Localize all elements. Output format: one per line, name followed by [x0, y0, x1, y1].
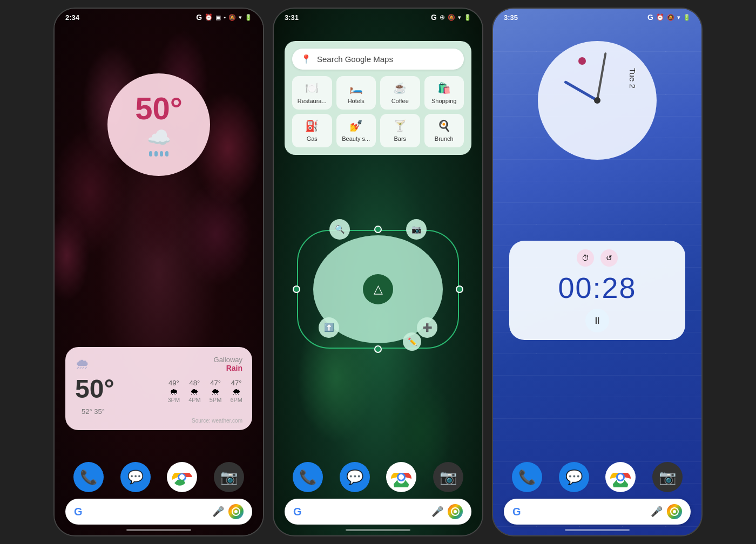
svg-point-7	[399, 474, 404, 480]
dock-phone-app[interactable]: 📞	[73, 462, 104, 492]
google-logo-2: G	[293, 506, 302, 518]
lens-btn-1[interactable]	[228, 504, 244, 519]
forecast-3pm: 49° 🌧 3PM	[168, 379, 180, 403]
dock-1: 📞 💬 📷	[65, 462, 252, 492]
handle-left[interactable]	[293, 285, 300, 293]
nav-bar-1	[126, 529, 191, 531]
restaurants-label: Restaura...	[298, 98, 327, 104]
maps-category-coffee[interactable]: ☕ Coffee	[380, 76, 420, 110]
maps-widget: 📍 Search Google Maps 🍽️ Restaura... 🛏️ H…	[285, 41, 471, 155]
battery-icon-1: •	[224, 14, 226, 21]
blob-search-btn[interactable]: 🔍	[329, 219, 350, 240]
status-time-1: 2:34	[65, 13, 79, 22]
lens-btn-2[interactable]	[448, 504, 463, 519]
timer-stopwatch-btn[interactable]: ⏱	[577, 249, 594, 267]
rain-dot-3	[160, 151, 163, 157]
beauty-icon: 💅	[349, 119, 363, 132]
dock-camera-app-3[interactable]: 📷	[652, 462, 683, 492]
blob-camera-btn[interactable]: 📷	[406, 219, 427, 240]
shopping-label: Shopping	[431, 98, 457, 104]
forecast-5pm: 47° 🌧 5PM	[210, 379, 222, 403]
weather-main-row: 50° 49° 🌧 3PM 48° 🌧 4PM	[75, 375, 242, 403]
blob-add-btn[interactable]: ➕	[417, 317, 437, 338]
weather-forecast: 49° 🌧 3PM 48° 🌧 4PM 47° 🌧	[168, 379, 243, 403]
timer-display: 00:28	[558, 271, 636, 304]
weather-temp-main: 50°	[75, 376, 114, 402]
bars-label: Bars	[394, 135, 406, 142]
brunch-icon: 🍳	[437, 119, 451, 132]
weather-range: 52° 35°	[82, 405, 105, 416]
wifi-icon-2: ▾	[458, 14, 461, 21]
wifi-icon-1: ▾	[239, 14, 242, 21]
phone-1: 2:34 G ⏰ ▣ • 🔕 ▾ 🔋 50° ☁️	[53, 8, 264, 536]
weather-card-header: 🌧 Galloway Rain	[75, 356, 242, 372]
svg-point-12	[618, 474, 623, 480]
maps-category-beauty[interactable]: 💅 Beauty s...	[336, 114, 376, 147]
restaurants-icon: 🍽️	[305, 81, 319, 94]
clock-hour-hand	[564, 80, 598, 101]
dock-camera-app-2[interactable]: 📷	[433, 462, 463, 492]
weather-rain-icon: 🌧	[75, 356, 89, 372]
maps-category-gas[interactable]: ⛽ Gas	[292, 114, 332, 147]
phone-3: 3:35 G ⏰ 🔕 ▾ 🔋 Tue 2	[492, 8, 703, 536]
timer-refresh-btn[interactable]: ↺	[600, 249, 618, 267]
dock-phone-app-2[interactable]: 📞	[293, 462, 323, 492]
lens-btn-3[interactable]	[667, 504, 682, 519]
svg-point-2	[179, 474, 185, 480]
blob-edit-btn[interactable]: ✏️	[403, 332, 421, 351]
voice-search-btn-1[interactable]: 🎤	[212, 506, 224, 518]
google-g-icon-2: G	[431, 13, 437, 22]
voice-search-btn-3[interactable]: 🎤	[651, 506, 663, 518]
dock-chrome-app-2[interactable]	[386, 462, 416, 492]
forecast-icon-5pm: 🌧	[210, 387, 222, 397]
maps-search-bar[interactable]: 📍 Search Google Maps	[292, 49, 464, 70]
hotels-icon: 🛏️	[349, 81, 363, 94]
maps-category-brunch[interactable]: 🍳 Brunch	[424, 114, 464, 147]
coffee-label: Coffee	[392, 98, 409, 104]
search-bar-2[interactable]: G 🎤	[285, 499, 471, 525]
clock-face: Tue 2	[538, 41, 657, 160]
forecast-temp-3pm: 49°	[168, 379, 180, 387]
rain-dots	[149, 151, 168, 157]
phone-2: 3:31 G ⊕ 🔕 ▾ 🔋 📍 Search Google Maps �	[273, 8, 483, 536]
brunch-label: Brunch	[435, 135, 454, 142]
maps-category-shopping[interactable]: 🛍️ Shopping	[424, 76, 464, 110]
screen-icon-1: ▣	[215, 14, 221, 21]
dock-messages-app-3[interactable]: 💬	[559, 462, 589, 492]
blob-share-btn[interactable]: ⬆️	[319, 317, 339, 338]
battery-icon-3: 🔋	[683, 14, 691, 21]
forecast-time-6pm: 6PM	[230, 397, 242, 403]
svg-point-4	[234, 510, 238, 513]
status-time-2: 3:31	[285, 13, 299, 22]
status-bar-3: 3:35 G ⏰ 🔕 ▾ 🔋	[493, 9, 701, 24]
rain-dot-4	[165, 151, 168, 157]
dock-chrome-app-3[interactable]	[605, 462, 636, 492]
handle-top[interactable]	[374, 226, 382, 233]
rain-dot-1	[149, 151, 152, 157]
widget-editor-container: 🔍 📷 ⬆️ ➕ ✏️ △	[302, 235, 454, 343]
dock-chrome-app[interactable]	[167, 462, 197, 492]
search-bar-1[interactable]: G 🎤	[65, 499, 252, 525]
status-icons-2: G ⊕ 🔕 ▾ 🔋	[431, 13, 471, 22]
handle-bottom[interactable]	[374, 345, 382, 353]
dock-camera-app[interactable]: 📷	[214, 462, 244, 492]
search-bar-3[interactable]: G 🎤	[504, 499, 691, 525]
weather-circle-widget: 50° ☁️	[107, 73, 210, 176]
stopwatch-icon: ⏱	[582, 254, 589, 262]
dock-phone-app-3[interactable]: 📞	[512, 462, 542, 492]
maps-category-hotels[interactable]: 🛏️ Hotels	[336, 76, 376, 110]
cloud-icon: ☁️	[147, 126, 171, 149]
dock-messages-app-2[interactable]: 💬	[340, 462, 370, 492]
clock-red-dot	[578, 57, 586, 65]
weather-location: Galloway Rain	[214, 356, 242, 372]
hotels-label: Hotels	[348, 98, 364, 104]
forecast-temp-6pm: 47°	[230, 379, 242, 387]
maps-category-restaurants[interactable]: 🍽️ Restaura...	[292, 76, 332, 110]
dock-messages-app[interactable]: 💬	[120, 462, 151, 492]
widget-center-btn[interactable]: △	[363, 274, 393, 304]
maps-category-bars[interactable]: 🍸 Bars	[380, 114, 420, 147]
voice-search-btn-2[interactable]: 🎤	[431, 506, 443, 518]
timer-pause-btn[interactable]: ⏸	[585, 309, 609, 332]
handle-right[interactable]	[456, 285, 463, 293]
maps-search-text: Search Google Maps	[317, 55, 393, 64]
